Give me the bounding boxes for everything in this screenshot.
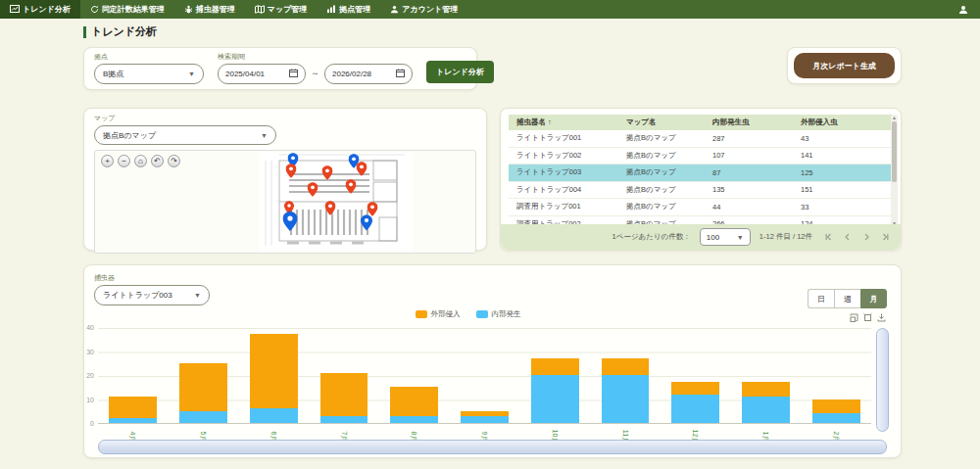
nav-item[interactable]: トレンド分析 — [0, 0, 80, 19]
nav-item[interactable]: 捕虫器管理 — [174, 0, 245, 19]
chart-toolbox — [850, 313, 886, 322]
map-toolbar: +−⌂↶↷ — [101, 155, 180, 167]
bar[interactable] — [109, 397, 157, 423]
bar[interactable] — [250, 334, 298, 423]
table-row[interactable]: ライトトラップ004拠点Bのマップ135151 — [509, 182, 893, 200]
monthly-report-button[interactable]: 月次レポート生成 — [794, 53, 895, 78]
prev-page-button[interactable] — [844, 233, 852, 241]
vertical-datazoom-slider[interactable] — [876, 328, 889, 432]
chevron-down-icon: ▼ — [194, 292, 201, 299]
nav-item[interactable]: マップ管理 — [245, 0, 318, 19]
bar[interactable] — [671, 382, 719, 423]
pagination-bar: 1ページあたりの件数： 100 ▼ 1-12 件目 / 12件 — [501, 224, 901, 250]
calendar-icon[interactable] — [396, 69, 405, 79]
range-text: 1-12 件目 / 12件 — [760, 232, 812, 242]
column-header[interactable]: 捕虫器名 ↑ — [509, 117, 618, 127]
date-to-input[interactable]: 2026/02/28 — [324, 64, 413, 84]
per-page-select[interactable]: 100 ▼ — [700, 228, 751, 246]
sync-icon — [90, 5, 99, 14]
nav-item[interactable]: 同定計数結果管理 — [80, 0, 174, 19]
period-label: 検索期間 — [218, 52, 413, 62]
user-menu[interactable] — [958, 0, 980, 19]
download-icon[interactable] — [877, 313, 886, 322]
horizontal-datazoom-slider[interactable] — [98, 440, 887, 454]
period-button[interactable]: 週 — [834, 289, 860, 308]
map-pin[interactable] — [285, 164, 296, 178]
trend-chart-icon — [10, 5, 20, 14]
map-pin[interactable] — [345, 179, 356, 194]
page-title: トレンド分析 — [83, 24, 902, 39]
column-header[interactable]: 内部発生虫 — [705, 117, 793, 127]
bug-icon — [184, 5, 193, 14]
column-header[interactable]: 外部侵入虫 — [793, 117, 893, 127]
map-icon — [255, 5, 265, 14]
map-pin[interactable] — [361, 214, 372, 231]
filter-card: 拠点 B拠点 ▼ 検索期間 2025/04/01 ～ — [83, 47, 477, 90]
home-button[interactable]: ⌂ — [134, 155, 147, 167]
title-accent-bar — [83, 26, 86, 38]
chevron-down-icon: ▼ — [261, 132, 268, 139]
undo-button[interactable]: ↶ — [151, 155, 164, 167]
map-select[interactable]: 拠点Bのマップ ▼ — [94, 125, 276, 145]
trap-select[interactable]: ライトトラップ003 ▼ — [94, 285, 210, 305]
redo-button[interactable]: ↷ — [168, 155, 180, 167]
per-page-label: 1ページあたりの件数： — [612, 232, 691, 242]
nav-item[interactable]: 拠点管理 — [317, 0, 380, 19]
nav-item[interactable]: アカウント管理 — [380, 0, 467, 19]
zoom-in-button[interactable]: + — [101, 155, 114, 167]
restore-icon[interactable] — [863, 313, 872, 322]
table-body: ライトトラップ001拠点Bのマップ28743ライトトラップ002拠点Bのマップ1… — [509, 130, 893, 226]
period-button[interactable]: 月 — [860, 289, 887, 308]
next-page-button[interactable] — [862, 233, 870, 241]
table-row[interactable]: ライトトラップ002拠点Bのマップ107141 — [509, 148, 893, 165]
first-page-button[interactable] — [825, 233, 833, 241]
bar[interactable] — [812, 399, 860, 423]
calendar-icon[interactable] — [289, 69, 298, 79]
bar[interactable] — [531, 358, 579, 423]
map-pin[interactable] — [325, 201, 336, 215]
table-header: 捕虫器名 ↑マップ名内部発生虫外部侵入虫 — [509, 115, 893, 130]
map-pin[interactable] — [321, 165, 332, 180]
bar[interactable] — [602, 358, 650, 423]
map-image — [260, 153, 413, 251]
map-pin[interactable] — [357, 162, 368, 176]
y-axis: 403020100 — [84, 328, 96, 424]
datazoom-icon[interactable] — [850, 313, 858, 322]
bar[interactable] — [320, 373, 368, 423]
bars — [98, 328, 871, 424]
chart-card: 捕虫器 ライトトラップ003 ▼ 日週月 外部侵入内部発生 403020100 … — [83, 264, 902, 458]
table-row[interactable]: ライトトラップ001拠点Bのマップ28743 — [509, 130, 893, 148]
bar[interactable] — [742, 382, 790, 423]
map-pins — [260, 153, 413, 251]
y-tick-label: 20 — [86, 372, 94, 379]
zoom-out-button[interactable]: − — [118, 155, 130, 167]
column-header[interactable]: マップ名 — [618, 117, 705, 127]
y-tick-label: 10 — [86, 397, 94, 403]
period-button[interactable]: 日 — [808, 289, 834, 308]
map-pin[interactable] — [307, 182, 318, 197]
table-row[interactable]: ライトトラップ003拠点Bのマップ87125 — [509, 164, 893, 182]
scroll-thumb[interactable] — [892, 121, 897, 182]
date-from-input[interactable]: 2025/04/01 — [218, 64, 306, 84]
trap-table-card: 捕虫器名 ↑マップ名内部発生虫外部侵入虫 ライトトラップ001拠点Bのマップ28… — [500, 108, 902, 251]
y-tick-label: 30 — [86, 349, 94, 355]
legend-item[interactable]: 内部発生 — [476, 309, 521, 319]
legend-item[interactable]: 外部侵入 — [416, 309, 461, 319]
map-label: マップ — [94, 114, 476, 123]
trend-analyze-button[interactable]: トレンド分析 — [426, 61, 494, 83]
site-select[interactable]: B拠点 ▼ — [94, 64, 204, 84]
bar[interactable] — [179, 363, 227, 423]
table-scrollbar[interactable]: ▲ ▼ — [891, 115, 898, 226]
site-label: 拠点 — [94, 52, 204, 62]
y-tick-label: 40 — [86, 324, 94, 331]
chart-legend: 外部侵入内部発生 — [84, 309, 852, 319]
scroll-up-icon[interactable]: ▲ — [892, 115, 897, 120]
table-row[interactable]: 調査用トラップ001拠点Bのマップ4433 — [509, 199, 893, 216]
y-tick-label: 0 — [90, 420, 94, 427]
bar[interactable] — [461, 411, 509, 423]
last-page-button[interactable] — [881, 233, 889, 241]
user-icon — [958, 1, 968, 19]
map-pin[interactable] — [283, 211, 298, 231]
bar[interactable] — [390, 387, 438, 423]
period-buttons: 日週月 — [808, 289, 887, 308]
